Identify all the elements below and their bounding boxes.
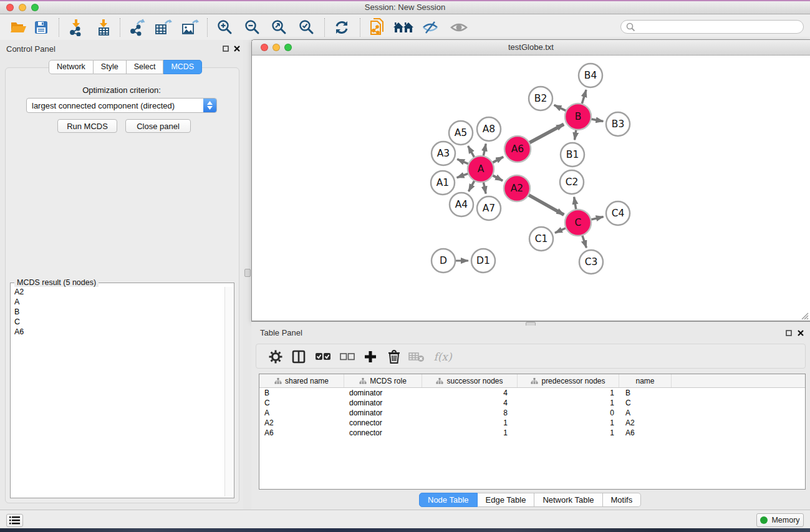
tab-network-table[interactable]: Network Table	[534, 493, 602, 507]
graph-node-label: A4	[455, 199, 468, 210]
graph-node-label: A1	[436, 177, 449, 188]
main-toolbar	[0, 14, 810, 41]
graph-edge[interactable]	[528, 124, 564, 143]
show-eye-icon[interactable]	[448, 17, 470, 38]
table-toolbar: f(x)	[256, 344, 806, 369]
zoom-traffic-light[interactable]	[31, 4, 39, 11]
graph-node-label: A3	[437, 148, 450, 159]
hierarchy-icon	[274, 378, 282, 384]
graph-edge[interactable]	[527, 194, 564, 215]
zoom-in-icon[interactable]	[214, 17, 236, 38]
show-columns-icon[interactable]	[288, 346, 309, 367]
export-network-icon[interactable]	[126, 17, 148, 38]
table-row[interactable]: Cdominator41C	[259, 398, 805, 408]
graph-node-label: A7	[483, 203, 495, 214]
tab-edge-table[interactable]: Edge Table	[478, 493, 535, 507]
mcds-result-item[interactable]: B	[11, 307, 224, 317]
save-session-icon[interactable]	[30, 17, 52, 38]
vertical-splitter[interactable]	[243, 40, 251, 510]
import-table-icon[interactable]	[92, 17, 115, 38]
add-column-icon[interactable]	[360, 346, 381, 367]
graph-node-label: D	[440, 255, 447, 266]
application-window: Session: New Session	[0, 0, 810, 532]
node-table: shared name MCDS role successor nodes pr…	[259, 374, 806, 490]
mcds-result-item[interactable]: A	[11, 297, 224, 307]
import-network-icon[interactable]	[65, 17, 87, 38]
delete-table-icon[interactable]	[406, 346, 427, 367]
graph-node-label: C4	[612, 208, 625, 219]
mcds-result-item[interactable]: A2	[11, 287, 224, 297]
deselect-all-icon[interactable]	[337, 346, 358, 367]
hierarchy-icon	[531, 378, 538, 384]
toolbar-separator	[360, 18, 360, 37]
mcds-list-scrollbar[interactable]	[224, 287, 233, 496]
graph-node-label: C3	[585, 256, 598, 268]
window-resize-grip[interactable]	[801, 311, 809, 319]
network-window-titlebar: testGlobe.txt	[252, 40, 810, 56]
control-panel: Control Panel Network Style Select MCDS …	[0, 40, 243, 510]
column-header[interactable]: predecessor nodes	[518, 374, 619, 387]
table-row[interactable]: A2connector11A2	[259, 418, 805, 428]
table-row[interactable]: Adominator80A	[259, 408, 805, 418]
criterion-dropdown[interactable]: largest connected component (directed)	[26, 98, 217, 113]
tab-style[interactable]: Style	[94, 60, 127, 74]
refresh-layout-icon[interactable]	[330, 17, 353, 38]
float-panel-icon[interactable]	[222, 45, 229, 52]
tab-mcds[interactable]: MCDS	[163, 60, 202, 74]
settings-gear-icon[interactable]	[265, 346, 286, 367]
run-mcds-button[interactable]: Run MCDS	[57, 119, 117, 133]
export-table-icon[interactable]	[152, 17, 175, 38]
dropdown-stepper-icon	[203, 99, 216, 112]
column-header[interactable]: successor nodes	[422, 374, 518, 387]
graph-node-label: A2	[511, 183, 523, 194]
mcds-result-group: MCDS result (5 nodes) A2ABCA6	[10, 283, 234, 498]
network-canvas[interactable]: B4B2BB3A8A5A6A3B1AA1C2A2A4A7C4CC1C3DD1	[252, 56, 809, 321]
graph-node-label: B1	[566, 149, 579, 160]
open-file-icon[interactable]	[7, 17, 30, 38]
table-panel: Table Panel	[251, 326, 810, 510]
export-image-icon[interactable]	[179, 17, 201, 38]
tab-network[interactable]: Network	[49, 60, 94, 74]
network-window: testGlobe.txt B4B2BB3A8A5A6A3B1AA1C2A2A4…	[251, 39, 810, 321]
close-panel-icon[interactable]	[233, 45, 241, 52]
tab-motifs[interactable]: Motifs	[603, 493, 642, 507]
graph-node-label: A6	[511, 143, 524, 155]
memory-button[interactable]: Memory	[756, 513, 804, 527]
zoom-out-icon[interactable]	[241, 17, 264, 38]
select-all-icon[interactable]	[312, 346, 334, 367]
table-row[interactable]: Bdominator41B	[259, 388, 805, 398]
toolbar-separator	[324, 18, 325, 37]
memory-label: Memory	[771, 516, 799, 525]
close-traffic-light[interactable]	[261, 44, 268, 51]
mcds-result-item[interactable]: A6	[11, 327, 224, 337]
column-header[interactable]: name	[619, 374, 672, 387]
node-table-header: shared name MCDS role successor nodes pr…	[259, 374, 805, 388]
mcds-result-item[interactable]: C	[11, 317, 224, 327]
graph-node-label: C2	[566, 177, 579, 188]
delete-column-icon[interactable]	[383, 346, 405, 367]
home-pair-icon[interactable]	[392, 17, 415, 38]
zoom-selected-icon[interactable]	[296, 17, 318, 38]
minimize-traffic-light[interactable]	[19, 4, 26, 11]
network-snapshot-icon[interactable]	[366, 17, 388, 38]
close-traffic-light[interactable]	[6, 4, 14, 11]
hide-panel-eye-icon[interactable]	[419, 17, 441, 38]
control-panel-tabs: Network Style Select MCDS	[49, 60, 202, 73]
zoom-fit-icon[interactable]	[268, 17, 291, 38]
search-field[interactable]	[620, 20, 804, 34]
minimize-traffic-light[interactable]	[272, 44, 280, 51]
function-builder-icon[interactable]: f(x)	[432, 346, 453, 367]
close-panel-button[interactable]: Close panel	[125, 119, 191, 133]
tab-select[interactable]: Select	[127, 60, 164, 74]
column-header[interactable]: MCDS role	[344, 374, 422, 387]
search-icon	[626, 22, 635, 32]
column-header[interactable]: shared name	[259, 374, 344, 387]
close-panel-icon[interactable]	[797, 329, 804, 337]
table-row[interactable]: A6connector11A6	[259, 428, 805, 438]
control-panel-title: Control Panel	[6, 44, 55, 54]
float-panel-icon[interactable]	[785, 329, 793, 337]
task-history-button[interactable]	[6, 514, 23, 527]
zoom-traffic-light[interactable]	[284, 44, 292, 51]
splitter-grip-icon[interactable]	[244, 269, 251, 277]
tab-node-table[interactable]: Node Table	[419, 493, 478, 507]
